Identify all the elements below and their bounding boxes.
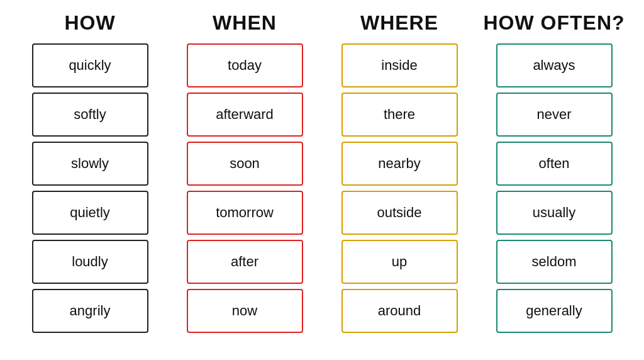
word-box-how-often-2: often	[496, 142, 613, 186]
word-box-where-4: up	[341, 240, 458, 284]
word-box-when-4: after	[187, 240, 303, 284]
word-box-when-1: afterward	[187, 93, 303, 137]
word-box-how-often-3: usually	[496, 191, 613, 235]
header-when: WHEN	[213, 11, 277, 35]
header-where: WHERE	[360, 11, 438, 35]
word-box-where-2: nearby	[341, 142, 458, 186]
word-box-how-often-5: generally	[496, 289, 613, 333]
word-box-where-3: outside	[341, 191, 458, 235]
word-box-where-5: around	[341, 289, 458, 333]
word-box-how-often-0: always	[496, 43, 613, 87]
word-box-how-4: loudly	[32, 240, 148, 284]
word-box-how-often-4: seldom	[496, 240, 613, 284]
column-when: WHENtodayafterwardsoontomorrowafternow	[167, 11, 322, 338]
word-box-when-3: tomorrow	[187, 191, 303, 235]
word-box-how-1: softly	[32, 93, 148, 137]
column-how-often: HOW OFTEN?alwaysneveroftenusuallyseldomg…	[477, 11, 631, 338]
main-grid: HOWquicklysoftlyslowlyquietlyloudlyangri…	[13, 11, 631, 338]
header-how-often: HOW OFTEN?	[483, 11, 625, 35]
word-box-how-often-1: never	[496, 93, 613, 137]
word-box-where-0: inside	[341, 43, 458, 87]
word-box-where-1: there	[341, 93, 458, 137]
word-box-how-3: quietly	[32, 191, 148, 235]
word-box-how-5: angrily	[32, 289, 148, 333]
word-box-when-2: soon	[187, 142, 303, 186]
word-box-how-2: slowly	[32, 142, 148, 186]
column-how: HOWquicklysoftlyslowlyquietlyloudlyangri…	[13, 11, 167, 338]
header-how: HOW	[64, 11, 115, 35]
word-box-how-0: quickly	[32, 43, 148, 87]
word-box-when-0: today	[187, 43, 303, 87]
word-box-when-5: now	[187, 289, 303, 333]
column-where: WHEREinsidetherenearbyoutsideuparound	[322, 11, 477, 338]
